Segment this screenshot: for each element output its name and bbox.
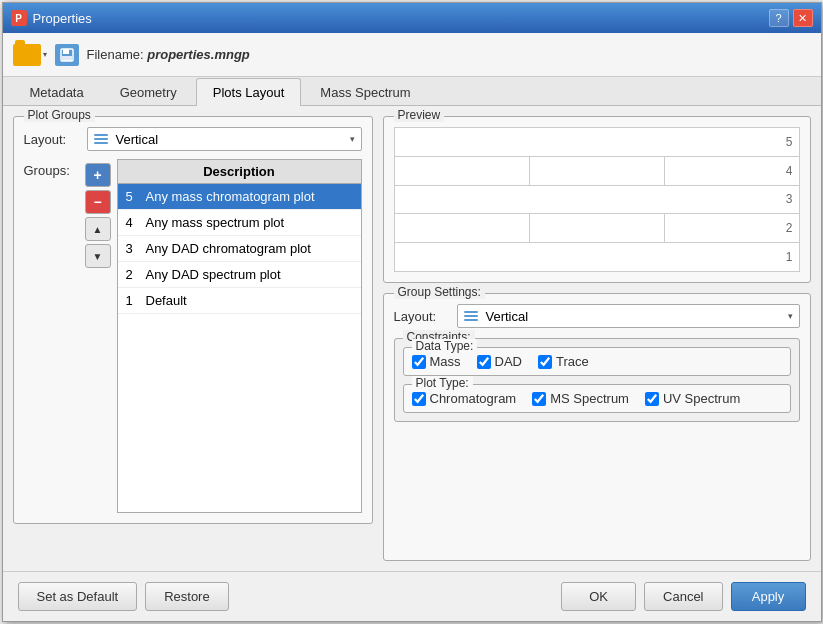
title-bar-left: P Properties (11, 10, 92, 26)
row-num: 1 (126, 293, 146, 308)
preview-box: Preview 5 (383, 116, 811, 283)
chromatogram-checkbox[interactable]: Chromatogram (412, 391, 517, 406)
dad-checkbox[interactable]: DAD (477, 354, 522, 369)
chromatogram-checkbox-input[interactable] (412, 392, 426, 406)
layout-select[interactable]: Vertical ▾ (87, 127, 362, 151)
tab-mass-spectrum[interactable]: Mass Spectrum (303, 78, 427, 106)
preview-title: Preview (394, 108, 445, 122)
group-settings-box: Group Settings: Layout: Vertical ▾ (383, 293, 811, 561)
restore-button[interactable]: Restore (145, 582, 229, 611)
uv-spectrum-checkbox[interactable]: UV Spectrum (645, 391, 740, 406)
layout-row: Layout: Vertical ▾ (24, 127, 362, 151)
settings-layout-row: Layout: Vertical ▾ (394, 304, 800, 328)
trace-label: Trace (556, 354, 589, 369)
right-panel: Preview 5 (383, 116, 811, 561)
data-type-title: Data Type: (412, 339, 478, 353)
ms-spectrum-checkbox-input[interactable] (532, 392, 546, 406)
uv-spectrum-label: UV Spectrum (663, 391, 740, 406)
preview-rows: 5 4 (395, 128, 799, 271)
folder-icon (13, 44, 41, 66)
title-bar-controls: ? ✕ (769, 9, 813, 27)
preview-row-4: 4 (395, 157, 799, 186)
trace-checkbox[interactable]: Trace (538, 354, 589, 369)
ok-button[interactable]: OK (561, 582, 636, 611)
mass-checkbox[interactable]: Mass (412, 354, 461, 369)
table-header: Description (117, 159, 362, 183)
layout-select-arrow: ▾ (350, 134, 355, 144)
data-type-checkboxes: Mass DAD Trace (412, 354, 782, 369)
mass-label: Mass (430, 354, 461, 369)
row-desc: Any mass chromatogram plot (146, 189, 353, 204)
group-layout-value: Vertical (486, 309, 529, 324)
folder-dropdown-arrow[interactable]: ▾ (43, 50, 47, 59)
group-layout-select[interactable]: Vertical ▾ (457, 304, 800, 328)
mass-checkbox-input[interactable] (412, 355, 426, 369)
move-down-button[interactable]: ▼ (85, 244, 111, 268)
plot-type-checkboxes: Chromatogram MS Spectrum UV Spectrum (412, 391, 782, 406)
preview-row-3: 3 (395, 186, 799, 215)
table-row[interactable]: 4 Any mass spectrum plot (118, 210, 361, 236)
ms-spectrum-checkbox[interactable]: MS Spectrum (532, 391, 629, 406)
vertical-layout-icon (94, 134, 108, 144)
set-as-default-button[interactable]: Set as Default (18, 582, 138, 611)
left-panel: Plot Groups Layout: Vertical ▾ (13, 116, 373, 561)
dad-checkbox-input[interactable] (477, 355, 491, 369)
group-layout-arrow: ▾ (788, 311, 793, 321)
tab-bar: Metadata Geometry Plots Layout Mass Spec… (3, 77, 821, 106)
uv-spectrum-checkbox-input[interactable] (645, 392, 659, 406)
groups-section: Groups: + − ▲ ▼ Description 5 Any mass c… (24, 159, 362, 513)
row-desc: Default (146, 293, 353, 308)
row-num: 2 (126, 267, 146, 282)
svg-rect-2 (62, 56, 72, 61)
main-window: P Properties ? ✕ ▾ Filename: properties.… (2, 2, 822, 622)
row-num: 3 (126, 241, 146, 256)
cancel-button[interactable]: Cancel (644, 582, 722, 611)
add-group-button[interactable]: + (85, 163, 111, 187)
row-num: 4 (126, 215, 146, 230)
move-up-button[interactable]: ▲ (85, 217, 111, 241)
footer-left: Set as Default Restore (18, 582, 229, 611)
row-desc: Any DAD spectrum plot (146, 267, 353, 282)
preview-row-2: 2 (395, 214, 799, 243)
constraints-box: Constraints: Data Type: Mass DAD (394, 338, 800, 422)
preview-area: 5 4 (394, 127, 800, 272)
ms-spectrum-label: MS Spectrum (550, 391, 629, 406)
table-row[interactable]: 3 Any DAD chromatogram plot (118, 236, 361, 262)
settings-layout-label: Layout: (394, 309, 449, 324)
group-settings-title: Group Settings: (394, 285, 485, 299)
remove-group-button[interactable]: − (85, 190, 111, 214)
tab-geometry[interactable]: Geometry (103, 78, 194, 106)
table-row[interactable]: 2 Any DAD spectrum plot (118, 262, 361, 288)
plot-groups-box: Plot Groups Layout: Vertical ▾ (13, 116, 373, 524)
table-row[interactable]: 1 Default (118, 288, 361, 314)
data-type-box: Data Type: Mass DAD (403, 347, 791, 376)
plot-type-title: Plot Type: (412, 376, 473, 390)
row-desc: Any DAD chromatogram plot (146, 241, 353, 256)
table-body[interactable]: 5 Any mass chromatogram plot 4 Any mass … (117, 183, 362, 513)
row-num: 5 (126, 189, 146, 204)
tab-plots-layout[interactable]: Plots Layout (196, 78, 302, 106)
help-button[interactable]: ? (769, 9, 789, 27)
folder-button[interactable]: ▾ (13, 44, 47, 66)
layout-label: Layout: (24, 132, 79, 147)
footer-right: OK Cancel Apply (561, 582, 805, 611)
row-desc: Any mass spectrum plot (146, 215, 353, 230)
plot-groups-title: Plot Groups (24, 108, 95, 122)
plot-type-box: Plot Type: Chromatogram MS Spectrum (403, 384, 791, 413)
groups-buttons: + − ▲ ▼ (85, 159, 111, 513)
trace-checkbox-input[interactable] (538, 355, 552, 369)
tab-metadata[interactable]: Metadata (13, 78, 101, 106)
dad-label: DAD (495, 354, 522, 369)
table-row[interactable]: 5 Any mass chromatogram plot (118, 184, 361, 210)
footer: Set as Default Restore OK Cancel Apply (3, 571, 821, 621)
toolbar: ▾ Filename: properties.mngp (3, 33, 821, 77)
title-bar: P Properties ? ✕ (3, 3, 821, 33)
apply-button[interactable]: Apply (731, 582, 806, 611)
filename-value: properties.mngp (147, 47, 250, 62)
save-button[interactable] (55, 44, 79, 66)
svg-rect-1 (63, 49, 69, 54)
filename-label: Filename: properties.mngp (87, 47, 250, 62)
preview-row-1: 1 (395, 243, 799, 271)
close-button[interactable]: ✕ (793, 9, 813, 27)
layout-select-value: Vertical (116, 132, 159, 147)
